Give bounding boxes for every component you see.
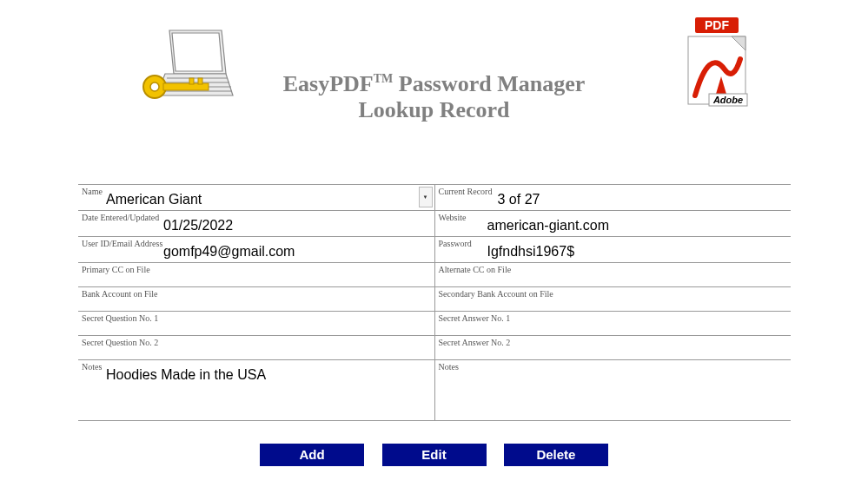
field-bank: Bank Account on File [78,287,434,312]
secret-q1-label: Secret Question No. 1 [82,313,158,323]
adobe-pdf-icon: PDF Adobe [683,17,751,109]
field-secret-q2: Secret Question No. 2 [78,336,434,360]
secret-q2-label: Secret Question No. 2 [82,338,158,347]
field-primary-cc: Primary CC on File [78,263,434,287]
pdf-badge-text: PDF [705,18,729,32]
current-record-value: 3 of 27 [498,192,540,207]
title-line1-pre: EasyPDF [283,71,374,96]
notes-left-value: Hoodies Made in the USA [106,367,266,383]
field-notes-left: Notes Hoodies Made in the USA [78,360,434,421]
field-notes-right: Notes [434,360,791,421]
button-row: Add Edit Delete [0,444,868,466]
secret-a2-label: Secret Answer No. 2 [439,338,511,347]
field-name[interactable]: Name American Giant ▼ [78,185,434,211]
header: EasyPDFTM Password Manager Lookup Record… [0,0,868,130]
delete-button[interactable]: Delete [504,444,608,466]
website-value: american-giant.com [487,218,610,234]
primary-cc-label: Primary CC on File [82,265,150,274]
field-secret-a1: Secret Answer No. 1 [434,312,791,336]
notes-right-label: Notes [439,362,459,372]
edit-button[interactable]: Edit [382,444,487,466]
field-alternate-cc: Alternate CC on File [434,263,791,287]
notes-left-label: Notes [82,362,102,372]
alternate-cc-label: Alternate CC on File [439,265,512,274]
date-value: 01/25/2022 [163,218,233,234]
website-label: Website [439,213,467,222]
field-userid: User ID/Email Address gomfp49@gmail.com [78,237,434,263]
add-button[interactable]: Add [260,444,364,466]
field-current-record: Current Record 3 of 27 [434,185,791,211]
adobe-label-text: Adobe [712,95,743,105]
password-label: Password [439,239,472,248]
field-password: Password Igfndhsi1967$ [434,237,791,263]
name-dropdown-icon[interactable]: ▼ [419,187,433,207]
password-value: Igfndhsi1967$ [487,244,575,260]
field-secret-q1: Secret Question No. 1 [78,312,434,336]
field-website: Website american-giant.com [434,211,791,237]
secret-a1-label: Secret Answer No. 1 [439,313,511,323]
field-secret-a2: Secret Answer No. 2 [434,336,791,360]
field-date: Date Entered/Updated 01/25/2022 [78,211,434,237]
secondary-bank-label: Secondary Bank Account on File [439,289,553,299]
date-label: Date Entered/Updated [82,213,159,222]
userid-value: gomfp49@gmail.com [163,244,295,260]
current-record-label: Current Record [439,187,493,196]
title-line1-post: Password Manager [393,71,585,96]
record-form: Name American Giant ▼ Current Record 3 o… [78,184,791,421]
bank-label: Bank Account on File [82,289,158,299]
field-secondary-bank: Secondary Bank Account on File [434,287,791,312]
name-label: Name [82,187,103,196]
title-line2: Lookup Record [358,97,509,122]
userid-label: User ID/Email Address [82,239,162,248]
trademark: TM [374,72,394,85]
name-value: American Giant [106,192,202,207]
svg-marker-1 [172,33,222,71]
